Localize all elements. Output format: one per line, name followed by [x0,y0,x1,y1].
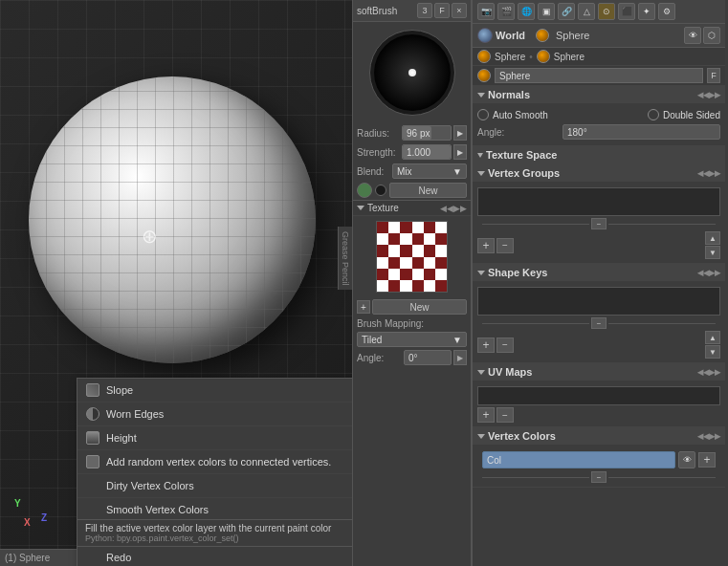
uv-maps-header[interactable]: UV Maps ◀◀▶▶ [473,363,725,381]
auto-smooth-radio[interactable] [477,109,489,120]
vc-minus-row: − [477,471,720,483]
eye-btn[interactable]: 👁 [684,27,701,44]
shape-keys-expand-icon [477,271,485,275]
prop-icon-data[interactable]: △ [578,3,595,20]
col-input[interactable]: Col [482,451,675,468]
vg-remove-btn[interactable]: − [496,238,514,253]
prop-breadcrumb: Sphere • Sphere [473,48,725,66]
angle-arrow[interactable]: ▶ [453,350,467,365]
texture-section-header[interactable]: Texture ◀◀▶▶ [353,200,471,216]
menu-item-2[interactable]: Height [77,426,352,450]
menu-icon-shape-3 [86,455,99,468]
menu-item-label-0: Slope [106,384,133,396]
viewport-status-text: (1) Sphere [5,553,50,563]
menu-item-label-3: Add random vertex colors to connected ve… [106,456,331,468]
new-color-btn[interactable]: New [389,183,467,198]
sk-down-btn[interactable]: ▼ [705,345,720,359]
angle-label: Angle: [357,353,384,363]
color-swatch-2[interactable] [375,185,386,196]
tiled-value: Tiled [362,335,382,345]
texture-section-label: Texture [367,203,399,213]
visibility-toggle[interactable]: 👁 [678,451,695,468]
menu-item-label-4: Dirty Vertex Colors [106,480,194,491]
object-name-field[interactable]: Sphere [495,68,703,83]
vg-add-btn[interactable]: + [477,238,495,253]
angle-input[interactable]: 0° [404,350,452,365]
breadcrumb-sep: • [529,52,533,62]
sk-minus-btn[interactable]: − [591,317,607,329]
new-texture-btn[interactable]: New [372,299,467,315]
axis-indicator: X Y Z [14,490,62,537]
prop-icon-camera[interactable]: 📷 [477,3,495,20]
uv-remove-btn[interactable]: − [496,407,514,423]
vc-minus-btn[interactable]: − [591,471,607,483]
double-sided-label: Double Sided [663,110,720,120]
sk-add-btn[interactable]: + [477,337,495,353]
checker-grid [377,222,447,292]
prop-icon-scene[interactable]: 🎬 [497,3,515,20]
prop-icon-world[interactable]: 🌐 [518,3,535,20]
menu-item-4[interactable]: Dirty Vertex Colors [77,474,352,498]
vg-up-btn[interactable]: ▲ [705,231,720,245]
angle-prop-value: 180° [567,127,587,138]
vertex-groups-list [477,187,720,216]
angle-prop-input[interactable]: 180° [563,124,720,140]
prop-icon-particles[interactable]: ✦ [638,3,655,20]
vertex-groups-section: Vertex Groups ◀◀▶▶ − + − ▲ [473,164,725,264]
radius-bar[interactable]: 96 px [402,125,452,141]
add-texture-btn[interactable]: + [357,300,370,314]
brush-close-btn[interactable]: × [452,3,467,18]
brush-tab-number[interactable]: 3 [417,3,432,18]
prop-icon-constraint[interactable]: 🔗 [558,3,575,20]
brush-header: softBrush 3 F × [353,0,471,22]
tiled-select[interactable]: Tiled ▼ [357,332,467,347]
world-label: World [496,30,525,41]
prop-header: 📷 🎬 🌐 ▣ 🔗 △ ⊙ ⬛ ✦ ⚙ [473,0,725,24]
texture-space-header[interactable]: Texture Space [473,146,725,163]
prop-icon-texture[interactable]: ⬛ [618,3,635,20]
breadcrumb-sphere-icon [477,50,491,63]
prop-icon-material[interactable]: ⊙ [598,3,615,20]
radius-arrow[interactable]: ▶ [453,125,467,141]
blend-select[interactable]: Mix ▼ [392,163,467,179]
vg-minus-btn[interactable]: − [591,218,607,229]
tiled-chevron-icon: ▼ [452,335,462,345]
uv-maps-content: + − [473,381,725,426]
normals-label: Normals [488,89,530,100]
sk-remove-btn[interactable]: − [496,337,514,353]
vc-add-btn[interactable]: + [698,452,716,468]
fake-user-btn[interactable]: F [707,68,720,83]
texture-space-expand-icon [477,153,483,158]
menu-item-7[interactable]: Redo [77,546,352,566]
shape-keys-header[interactable]: Shape Keys ◀◀▶▶ [473,264,725,281]
sk-up-btn[interactable]: ▲ [705,331,720,344]
menu-item-label-2: Height [106,432,137,444]
normals-section-header[interactable]: Normals ◀◀▶▶ [473,86,725,103]
color-swatch[interactable] [357,183,372,198]
prop-icon-physics[interactable]: ⚙ [658,3,675,20]
uv-add-btn[interactable]: + [477,407,495,423]
vertex-groups-header[interactable]: Vertex Groups ◀◀▶▶ [473,164,725,182]
menu-item-0[interactable]: Slope [77,379,352,403]
vertex-colors-label: Vertex Colors [488,430,556,442]
strength-arrow[interactable]: ▶ [453,144,467,160]
strength-bar[interactable]: 1.000 [402,144,452,160]
vc-line-left [482,477,589,478]
sk-arrow-icon: ◀◀▶▶ [697,269,720,277]
normals-section-arrows: ◀◀▶▶ [697,91,720,99]
world-sphere-label: Sphere [556,30,589,41]
vertex-colors-header[interactable]: Vertex Colors ◀◀▶▶ [473,427,725,445]
menu-item-3[interactable]: Add random vertex colors to connected ve… [77,450,352,474]
menu-item-1[interactable]: Worn Edges [77,403,352,426]
brush-tab-f[interactable]: F [434,3,450,18]
breadcrumb-sphere: Sphere [495,52,525,62]
prop-icon-object[interactable]: ▣ [538,3,555,20]
vc-line-right [608,477,716,478]
double-sided-radio[interactable] [648,109,659,120]
vg-down-btn[interactable]: ▼ [705,246,720,259]
new-texture-row: + New [353,297,471,316]
vg-add-row: + − ▲ ▼ [477,231,720,259]
menu-item-label-5: Smooth Vertex Colors [106,504,209,515]
camera-small-btn[interactable]: ⬡ [703,27,720,44]
texture-preview[interactable] [376,221,448,293]
